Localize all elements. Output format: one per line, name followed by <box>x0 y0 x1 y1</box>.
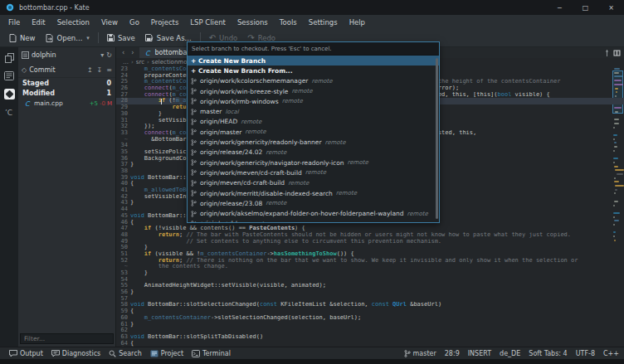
code-line[interactable]: ~ the contents change. <box>116 264 624 270</box>
split-view-icon[interactable] <box>613 50 621 56</box>
breadcrumb-item-src[interactable]: src <box>136 59 144 66</box>
input-mode[interactable]: INSERT <box>468 350 491 357</box>
tab-prev-icon[interactable]: ‹ <box>122 49 124 56</box>
branch-item[interactable]: origin/work/kcolorschememanagerremote <box>188 76 439 86</box>
branch-prompt-input[interactable]: Select branch to checkout. Press 'Esc' t… <box>188 42 439 56</box>
code-line[interactable]: 53 } <box>116 270 624 277</box>
commit-button[interactable]: ◇ Commit <box>22 66 56 74</box>
git-group-staged[interactable]: Staged0 <box>18 78 115 88</box>
commit-icon: ◇ <box>22 66 27 74</box>
branch-item[interactable]: origin/masterremote <box>188 127 439 137</box>
pin-icon[interactable] <box>605 50 609 56</box>
code-line[interactable]: 52 return; // There is nothing on the ba… <box>116 258 624 265</box>
code-line[interactable]: 47 if (!visible && contents() == PasteCo… <box>116 226 624 232</box>
code-line[interactable]: 62 <box>116 328 624 334</box>
menu-item-help[interactable]: Help <box>344 17 371 28</box>
toolview-button-label: Search <box>119 350 141 357</box>
create-branch-item[interactable]: + Create New Branch <box>188 56 439 66</box>
dd-branch-icon <box>191 129 197 135</box>
branch-item[interactable]: origin/work/merritt/disable-indexed-sear… <box>188 188 439 198</box>
status-label: UTF-8 <box>576 350 595 357</box>
branch-item[interactable]: origin/HEADremote <box>188 117 439 127</box>
toolview-button-output[interactable]: Output <box>5 347 47 359</box>
git-branch-status[interactable]: master <box>404 350 436 357</box>
branch-item[interactable]: masterlocal <box>188 106 439 116</box>
syntax-mode[interactable]: C++ <box>603 350 619 357</box>
menu-item-view[interactable]: View <box>95 17 124 28</box>
open-button[interactable]: Open...▾ <box>41 32 95 45</box>
toolview-git-icon[interactable] <box>2 87 17 101</box>
code-line[interactable]: 51 if (visible && !m_contentsContainer->… <box>116 251 624 258</box>
code-line[interactable]: 55 AnimatedHeightWidget::setVisible(visi… <box>116 283 624 289</box>
menu-item-edit[interactable]: Edit <box>26 17 51 28</box>
code-line[interactable]: 60 m_contentsContainer->slotSelectionCha… <box>116 315 624 322</box>
branch-item[interactable]: origin/meven/cd-craft-buildremote <box>188 178 439 188</box>
create-branch-item[interactable]: + Create New Branch From... <box>188 66 439 75</box>
branch-item[interactable]: origin/release/23.08remote <box>188 198 439 208</box>
project-name[interactable]: dolphin <box>32 51 56 59</box>
dropdown-scrollbar[interactable] <box>436 58 438 219</box>
menu-item-settings[interactable]: Settings <box>303 17 344 28</box>
status-label: 28:9 <box>445 350 460 357</box>
menu-item-projects[interactable]: Projects <box>145 17 185 28</box>
branch-item[interactable]: origin/work/win-breeze-styleremote <box>188 86 439 96</box>
cursor-position[interactable]: 28:9 <box>445 350 460 357</box>
code-line[interactable]: 50 } <box>116 245 624 251</box>
toolview-lsp-symbols-icon[interactable]: ’C <box>2 105 17 119</box>
branch-item[interactable]: origin/work/meven/cd-craft-buildremote <box>188 167 439 177</box>
reload-icon[interactable]: ↻ <box>106 51 112 59</box>
code-line[interactable]: 64{ <box>116 341 624 347</box>
toolview-button-search[interactable]: Search <box>105 347 145 359</box>
branch-item[interactable]: origin/work/genericity/readonly-bannerre… <box>188 137 439 147</box>
menu-item-lsp-client[interactable]: LSP Client <box>184 17 232 28</box>
code-line[interactable]: 57 <box>116 296 624 303</box>
close-button[interactable]: × <box>598 0 624 15</box>
tab-next-icon[interactable]: › <box>131 49 134 56</box>
code-line[interactable]: 49 // Set contents to anything else to c… <box>116 239 624 245</box>
code-line[interactable]: 63void BottomBar::slotSplitTabDisabled() <box>116 334 624 341</box>
branch-item[interactable]: origin/release/24.02remote <box>188 148 439 158</box>
status-flag: M <box>107 100 112 107</box>
menu-item-selection[interactable]: Selection <box>51 17 95 28</box>
toolview-button-project[interactable]: Project <box>146 347 188 359</box>
git-menu-icon[interactable]: ≡ <box>106 66 112 74</box>
code-text: } <box>130 322 624 328</box>
pull-icon[interactable]: ↧ <box>97 66 103 74</box>
new-button[interactable]: New <box>4 32 41 45</box>
save-button[interactable]: Save <box>102 32 140 45</box>
push-icon[interactable]: ↥ <box>87 66 93 74</box>
branch-item[interactable]: origin/work/genericity/navigator-readonl… <box>188 158 439 167</box>
project-icon <box>150 350 158 357</box>
git-group-modified[interactable]: Modified1 <box>18 88 115 98</box>
modified-file-row[interactable]: Cmain.cpp+5-0M <box>18 98 115 109</box>
code-line[interactable]: 54 <box>116 277 624 284</box>
toolview-projects-icon[interactable] <box>2 69 17 83</box>
minimize-button[interactable]: ─ <box>547 0 573 15</box>
code-line[interactable]: 61} <box>116 322 624 328</box>
chevron-down-icon[interactable]: ▾ <box>100 51 104 59</box>
menu-item-tools[interactable]: Tools <box>274 17 303 28</box>
code-line[interactable]: 48 return; // The bar with PasteContents… <box>116 232 624 239</box>
toolview-button-terminal[interactable]: Terminal <box>188 347 235 359</box>
encoding[interactable]: UTF-8 <box>576 350 595 357</box>
branch-item[interactable]: origin/work/…remote <box>188 219 439 222</box>
status-label: Soft Tabs: 4 <box>529 350 567 357</box>
code-line[interactable]: 56} <box>116 289 624 296</box>
dd-branch-icon <box>191 200 197 206</box>
toolview-documents-icon[interactable] <box>2 51 17 65</box>
maximize-button[interactable]: □ <box>573 0 598 15</box>
status-bar: OutputDiagnosticsSearchProjectTerminal m… <box>0 347 624 359</box>
breadcrumb-separator-icon: › <box>147 59 149 66</box>
breadcrumb-collapsed[interactable]: … <box>123 59 129 66</box>
code-line[interactable]: 58void BottomBar::slotSelectionChanged(c… <box>116 302 624 308</box>
menu-item-go[interactable]: Go <box>124 17 145 28</box>
dictionary[interactable]: de_DE <box>500 350 520 357</box>
toolview-button-diagnostics[interactable]: Diagnostics <box>47 347 105 359</box>
code-line[interactable]: 59{ <box>116 308 624 315</box>
filter-input[interactable] <box>20 333 114 344</box>
menu-item-sessions[interactable]: Sessions <box>232 17 274 28</box>
tab-settings[interactable]: Soft Tabs: 4 <box>529 350 567 357</box>
menu-item-file[interactable]: File <box>2 17 26 28</box>
branch-item[interactable]: origin/work/rmb-windowsremote <box>188 96 439 106</box>
branch-item[interactable]: origin/work/akselmo/expand-folder-on-hov… <box>188 208 439 218</box>
